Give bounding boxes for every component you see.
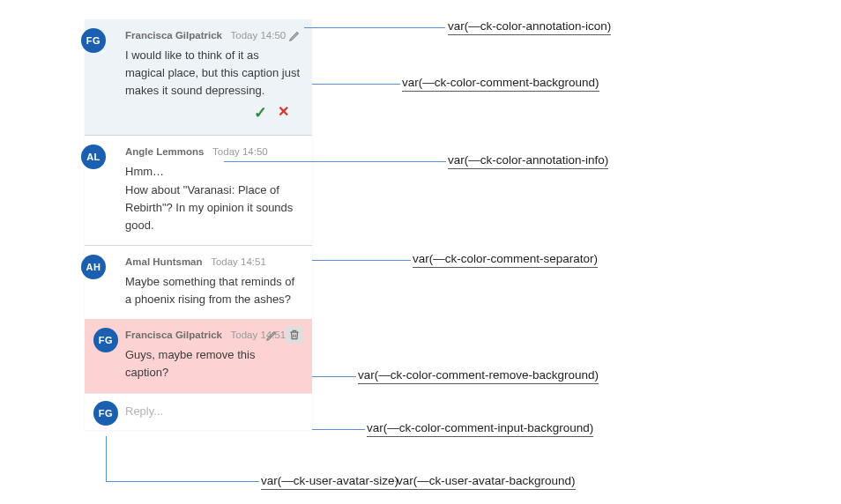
avatar: FG <box>93 401 118 426</box>
avatar: FG <box>81 28 106 53</box>
leader-line <box>312 84 400 85</box>
callout-remove-background: var(—ck-color-comment-remove-background) <box>358 368 599 384</box>
callout-annotation-info: var(—ck-color-annotation-info) <box>448 153 608 169</box>
leader-line <box>106 481 259 482</box>
comment-body: Maybe something that reminds of a phoeni… <box>125 273 301 308</box>
close-icon[interactable]: ✕ <box>278 103 289 122</box>
comment-time: Today 14:50 <box>231 30 287 41</box>
callout-annotation-icon: var(—ck-color-annotation-icon) <box>448 19 611 35</box>
comment-body: Hmm… How about "Varanasi: Place of Rebir… <box>125 163 301 234</box>
comment-body: Guys, maybe remove this caption? <box>125 346 301 382</box>
leader-line <box>312 260 411 261</box>
comment-author: Angle Lemmons <box>125 146 204 157</box>
check-icon[interactable]: ✓ <box>254 103 267 122</box>
avatar: AL <box>81 145 106 169</box>
avatar: AH <box>81 255 106 279</box>
comment-time: Today 14:51 <box>211 256 266 267</box>
comment-author: Amal Huntsman <box>125 256 203 267</box>
leader-line <box>224 161 446 162</box>
reply-box[interactable]: FG Reply... <box>85 393 312 430</box>
reply-placeholder: Reply... <box>125 404 163 418</box>
comment-item: AH Amal Huntsman Today 14:51 Maybe somet… <box>85 245 312 319</box>
leader-line <box>395 481 396 482</box>
callout-comment-separator: var(—ck-color-comment-separator) <box>413 252 598 268</box>
callout-comment-background: var(—ck-color-comment-background) <box>402 76 599 92</box>
comment-author: Francisca Gilpatrick <box>125 30 222 41</box>
comment-item: FG Francisca Gilpatrick Today 14:50 I wo… <box>85 19 312 135</box>
avatar: FG <box>93 328 118 352</box>
comment-body: I would like to think of it as magical p… <box>125 47 301 100</box>
pencil-icon[interactable] <box>286 26 303 44</box>
callout-input-background: var(—ck-color-comment-input-background) <box>367 421 593 437</box>
comment-author: Francisca Gilpatrick <box>125 330 222 340</box>
callout-avatar-background: var(—ck-user-avatar-background) <box>397 474 576 490</box>
leader-line <box>312 376 356 377</box>
comment-item-remove: FG Francisca Gilpatrick Today 14:51 Guys… <box>85 319 312 392</box>
comment-item: AL Angle Lemmons Today 14:50 Hmm… How ab… <box>85 135 312 245</box>
leader-line <box>304 27 445 28</box>
comment-thread-panel: FG Francisca Gilpatrick Today 14:50 I wo… <box>85 19 312 430</box>
trash-icon[interactable] <box>286 326 303 344</box>
leader-line <box>312 429 365 430</box>
callout-avatar-size: var(—ck-user-avatar-size) <box>261 474 398 490</box>
pencil-icon[interactable] <box>263 326 280 344</box>
comment-time: Today 14:50 <box>212 146 268 157</box>
leader-line <box>106 436 107 481</box>
